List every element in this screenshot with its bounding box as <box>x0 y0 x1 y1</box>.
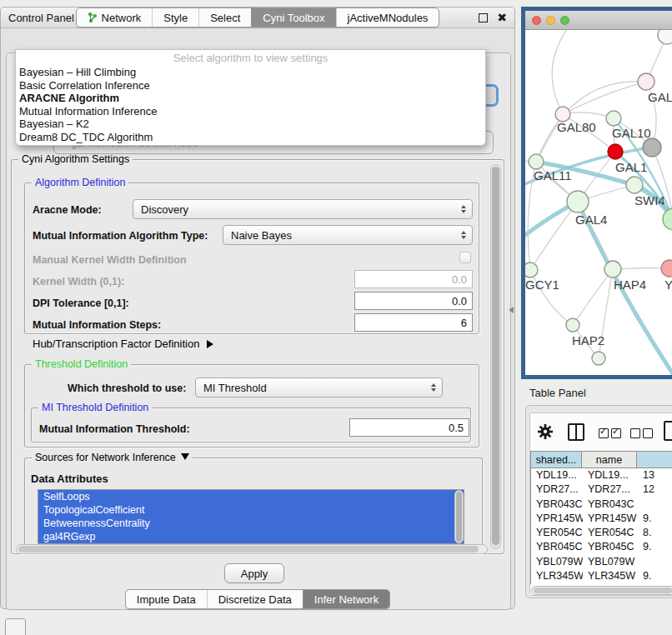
network-node-gal4[interactable] <box>567 191 589 212</box>
settings-horizontal-scrollbar[interactable] <box>16 544 488 554</box>
settings-vertical-scrollbar[interactable] <box>490 164 501 549</box>
gear-icon[interactable] <box>538 424 553 442</box>
which-threshold-combo[interactable]: MI Threshold <box>195 378 443 398</box>
table-row[interactable]: YLR345WYLR345W9. <box>531 569 672 583</box>
algorithm-definition-title: Algorithm Definition <box>32 177 128 189</box>
settings-scrollbar-thumb[interactable] <box>492 167 499 545</box>
network-node-swi4[interactable] <box>626 177 643 193</box>
attributes-scrollbar-thumb[interactable] <box>456 492 462 542</box>
page-icon[interactable] <box>664 421 672 441</box>
attribute-item-selfloops[interactable]: SelfLoops <box>38 490 464 503</box>
tab-discretize-data[interactable]: Discretize Data <box>207 590 303 608</box>
mi-type-combo[interactable]: Naive Bayes <box>223 225 473 245</box>
unchecked-checkbox-icon[interactable] <box>630 428 640 438</box>
node-label-y: Y <box>664 278 672 292</box>
network-window-titlebar[interactable] <box>525 11 672 30</box>
zoom-traffic-light-icon[interactable] <box>560 16 569 25</box>
network-edge[interactable] <box>573 269 613 325</box>
network-node-hap4[interactable] <box>604 261 621 278</box>
column-header-shared[interactable]: shared... <box>530 451 582 468</box>
table-row[interactable]: YBR045CYBR045C9. <box>531 540 672 554</box>
mi-type-label: Mutual Information Algorithm Type: <box>33 230 208 242</box>
network-node-gal-top[interactable] <box>638 73 654 90</box>
table-cell: YBL079W <box>531 555 583 569</box>
hub-definition-toggle[interactable]: Hub/Transcription Factor Definition <box>33 338 213 350</box>
checked-checkbox-icon[interactable] <box>599 428 609 438</box>
network-node-bottom-partial[interactable] <box>592 352 605 365</box>
algorithm-option-aracne-algorithm[interactable]: ARACNE Algorithm <box>16 92 485 105</box>
table-row[interactable]: YBR043CYBR043C <box>531 498 672 512</box>
data-attributes-label: Data Attributes <box>31 472 108 485</box>
table-cell <box>638 498 672 512</box>
node-label-hap4: HAP4 <box>614 278 646 292</box>
column-header-2[interactable] <box>637 451 672 468</box>
column-header-name[interactable]: name <box>582 451 637 468</box>
right-triangle-icon[interactable] <box>207 340 213 348</box>
network-node-gray-hub[interactable] <box>643 138 661 157</box>
attribute-item-topologicalcoefficient[interactable]: TopologicalCoefficient <box>38 503 464 517</box>
cyni-settings-title: Cyni Algorithm Settings <box>18 153 133 166</box>
attribute-item-betweennesscentrality[interactable]: BetweennessCentrality <box>38 517 464 530</box>
network-edge[interactable] <box>530 202 578 270</box>
network-node-hap2[interactable] <box>566 318 579 332</box>
table-cell: YDR27... <box>531 482 583 497</box>
table-hscrollbar-thumb[interactable] <box>534 588 672 593</box>
algorithm-option-dream8-dc-tdc-algorithm[interactable]: Dream8 DC_TDC Algorithm <box>16 131 485 144</box>
attribute-item-gal4rgexp[interactable]: gal4RGexp <box>38 530 464 543</box>
tab-infer-network[interactable]: Infer Network <box>303 590 389 608</box>
chevron-updown-icon <box>431 383 436 392</box>
aracne-mode-combo[interactable]: Discovery <box>133 199 473 219</box>
table-row[interactable]: YDR27...YDR27...12 <box>531 482 672 497</box>
algorithm-option-bayesian-k2[interactable]: Bayesian – K2 <box>16 118 485 131</box>
network-node-gal11[interactable] <box>529 154 544 169</box>
kernel-width-field[interactable]: 0.0 <box>354 270 473 288</box>
mi-steps-label: Mutual Information Steps: <box>33 319 161 331</box>
splitpane-arrow-icon[interactable] <box>509 307 514 313</box>
network-node-gcy1[interactable] <box>525 262 538 278</box>
network-edge[interactable] <box>552 30 571 114</box>
table-horizontal-scrollbar[interactable] <box>531 586 672 595</box>
data-attributes-list[interactable]: SelfLoopsTopologicalCoefficientBetweenne… <box>38 489 464 544</box>
table-row[interactable]: YIL052CYIL052C9 <box>531 583 672 584</box>
algorithm-option-bayesian-hill-climbing[interactable]: Bayesian – Hill Climbing <box>16 66 485 79</box>
table-cell: YLR345W <box>583 569 638 583</box>
columns-icon[interactable] <box>568 423 584 441</box>
checked-checkbox-icon[interactable] <box>611 428 621 438</box>
table-row[interactable]: YBL079WYBL079W <box>531 555 672 569</box>
network-node-salmon-right[interactable] <box>661 260 672 277</box>
sources-title[interactable]: Sources for Network Inference <box>32 452 193 464</box>
unchecked-checkbox-icon[interactable] <box>643 428 653 438</box>
table-cell: 9. <box>638 569 672 583</box>
table-row[interactable]: YPR145WYPR145W9. <box>531 512 672 526</box>
minimize-traffic-light-icon[interactable] <box>546 16 555 25</box>
table-cell <box>638 555 672 569</box>
network-node-top-partial[interactable] <box>658 30 672 44</box>
table-cell: YER054C <box>531 526 583 540</box>
dpi-tolerance-field[interactable]: 0.0 <box>354 292 473 310</box>
table-cell: YPR145W <box>583 512 638 526</box>
table-cell: YLR345W <box>531 569 583 583</box>
collapsed-panel-icon[interactable] <box>5 618 26 635</box>
attributes-scrollbar[interactable] <box>454 490 464 543</box>
table-row[interactable]: YDL19...YDL19...13 <box>531 468 672 482</box>
network-node-gal1[interactable] <box>608 144 623 159</box>
network-node-green-right[interactable] <box>663 208 672 230</box>
table-body[interactable]: YDL19...YDL19...13YDR27...YDR27...12YBR0… <box>530 468 672 584</box>
table-cell: 9. <box>638 540 672 554</box>
algorithm-option-mutual-information-inference[interactable]: Mutual Information Inference <box>16 105 485 118</box>
tab-impute-data[interactable]: Impute Data <box>126 590 207 608</box>
down-triangle-icon[interactable] <box>181 453 189 460</box>
table-header-row: shared...name <box>530 451 672 468</box>
table-panel-window: shared...name YDL19...YDL19...13YDR27...… <box>525 405 672 598</box>
network-canvas[interactable]: GALGAL80GAL10GAL1GAL11SWI4GAL4GCY1HAP4YH… <box>525 30 672 375</box>
close-traffic-light-icon[interactable] <box>532 16 541 25</box>
tab-label: Discretize Data <box>218 593 292 606</box>
mi-threshold-field[interactable]: 0.5 <box>349 418 469 437</box>
settings-hscrollbar-thumb[interactable] <box>18 546 479 552</box>
network-node-gal10[interactable] <box>606 111 621 126</box>
apply-button[interactable]: Apply <box>224 563 284 583</box>
manual-kernel-checkbox[interactable] <box>459 252 471 263</box>
mi-steps-field[interactable]: 6 <box>354 313 473 332</box>
table-row[interactable]: YER054CYER054C8. <box>531 526 672 540</box>
algorithm-option-basic-correlation-inference[interactable]: Basic Correlation Inference <box>16 79 485 92</box>
